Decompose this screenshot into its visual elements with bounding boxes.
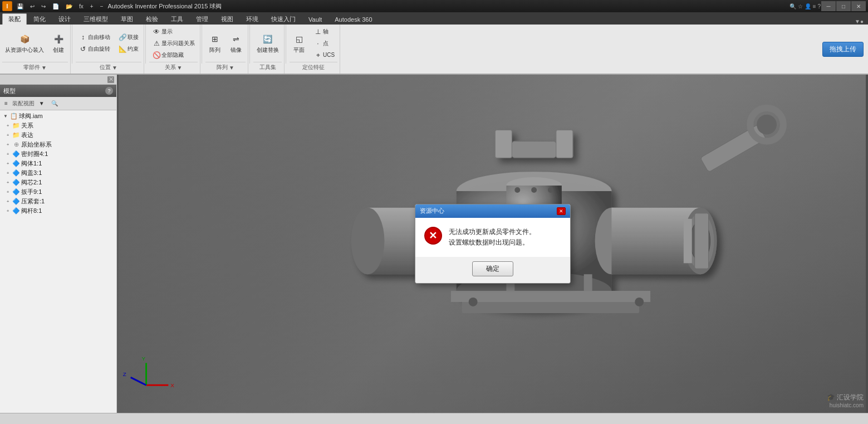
ribbon-group-toolset-content: 🔄 创建替换 (253, 26, 282, 61)
expander[interactable]: + (4, 189, 11, 196)
tab-environment[interactable]: 环境 (240, 13, 264, 25)
quick-save-btn[interactable]: 💾 (14, 1, 26, 11)
from-resource-center-btn[interactable]: 📦 从资源中心装入 (2, 31, 47, 56)
ribbon-separator-2 (145, 25, 146, 64)
panel-close-btn[interactable]: ✕ (107, 76, 114, 83)
tab-view[interactable]: 视图 (215, 13, 239, 25)
tab-quickstart[interactable]: 快速入门 (265, 13, 302, 25)
expander[interactable]: + (4, 198, 11, 205)
expander[interactable]: + (4, 160, 11, 167)
tree-item[interactable]: + 🔷 密封圈4:1 (0, 149, 116, 159)
tab-simplify[interactable]: 简化 (27, 13, 52, 25)
ribbon-group-relations-label: 关系 ▼ (149, 62, 198, 72)
tree-item[interactable]: + 📁 表达 (0, 130, 116, 140)
ribbon-group-relations-content: 👁 显示 ⚠ 显示问题关系 🚫 全部隐藏 (149, 26, 198, 61)
expander[interactable]: + (4, 208, 11, 215)
plane-btn[interactable]: ◱ 平面 (290, 31, 308, 56)
ribbon-col-constraint: 🔗 联接 📐 约束 (115, 32, 141, 55)
tab-inspect[interactable]: 检验 (140, 13, 164, 25)
tree-root-expander[interactable]: ▼ (2, 113, 9, 120)
dialog-overlay: 资源中心 ✕ ✕ 无法成功更新成员零件文件。 设置螺纹数据时出现问题。 确定 (117, 75, 868, 413)
upload-btn[interactable]: 拖拽上传 (822, 42, 864, 57)
ribbon-group-locate-content: ◱ 平面 ⊥ 轴 · 点 ⌖ UCS (290, 26, 337, 61)
tab-vault[interactable]: Vault (302, 13, 328, 25)
create-part-btn[interactable]: ➕ 创建 (49, 31, 68, 56)
panel-title: 模型 (3, 87, 16, 95)
ribbon-group-pattern: ⊞ 阵列 ⇌ 镜像 阵列 ▼ (203, 25, 248, 74)
ribbon-separator-3 (202, 25, 202, 64)
pattern-btn[interactable]: ⊞ 阵列 (205, 31, 224, 56)
tree-item[interactable]: + 📁 关系 (0, 121, 116, 130)
tab-assembly[interactable]: 装配 (2, 13, 27, 25)
dialog-titlebar: 资源中心 ✕ (415, 204, 570, 218)
tree-item[interactable]: + 🔷 压紧套:1 (0, 197, 116, 206)
tree-area: ▼ 📋 球阀.iam + 📁 关系 + 📁 表达 + ⊕ 原始坐标系 + (0, 110, 116, 413)
view-dropdown-btn[interactable]: ▼ (37, 99, 47, 108)
ok-button[interactable]: 确定 (472, 261, 513, 276)
tab-3dmodel[interactable]: 三维模型 (77, 13, 114, 25)
expander[interactable]: + (4, 151, 11, 158)
quick-fx-btn[interactable]: fx (77, 1, 86, 11)
dialog-message-line2: 设置螺纹数据时出现问题。 (449, 237, 536, 248)
axis-btn[interactable]: ⊥ 轴 (311, 26, 337, 37)
tab-autodesk360[interactable]: Autodesk 360 (328, 13, 378, 25)
part-icon: 🔷 (12, 207, 20, 215)
tab-manage[interactable]: 管理 (190, 13, 214, 25)
constrain-btn[interactable]: 📐 约束 (115, 43, 141, 55)
close-btn[interactable]: ✕ (851, 1, 866, 11)
point-btn[interactable]: · 点 (311, 38, 337, 49)
folder-icon: 📁 (12, 122, 20, 130)
create-replace-btn[interactable]: 🔄 创建替换 (254, 31, 282, 56)
expander[interactable]: + (4, 179, 11, 186)
ribbon-group-pattern-label: 阵列 ▼ (205, 62, 246, 72)
ribbon-group-locate: ◱ 平面 ⊥ 轴 · 点 ⌖ UCS 定位特征 (287, 25, 340, 74)
error-dialog: 资源中心 ✕ ✕ 无法成功更新成员零件文件。 设置螺纹数据时出现问题。 确定 (415, 204, 571, 284)
search-btn[interactable]: 🔍 (49, 99, 60, 108)
hide-all-btn[interactable]: 🚫 全部隐藏 (149, 50, 198, 61)
tree-root-icon: 📋 (10, 113, 18, 120)
restore-btn[interactable]: □ (836, 1, 851, 11)
joint-btn[interactable]: 🔗 联接 (115, 32, 141, 43)
tab-sketch[interactable]: 草图 (115, 13, 139, 25)
expander[interactable]: + (4, 170, 11, 177)
quick-minus-btn[interactable]: − (98, 1, 106, 11)
quick-open-btn[interactable]: 📂 (63, 1, 75, 11)
ribbon: 📦 从资源中心装入 ➕ 创建 零部件 ▼ ↕ 自由移动 ↺ 自由旋转 (0, 25, 868, 75)
folder-icon: 📁 (12, 131, 20, 139)
ribbon-col-locate: ⊥ 轴 · 点 ⌖ UCS (311, 26, 337, 61)
tree-item[interactable]: + ⊕ 原始坐标系 (0, 140, 116, 149)
dialog-close-btn[interactable]: ✕ (557, 207, 566, 215)
minimize-btn[interactable]: ─ (821, 1, 836, 11)
show-problem-btn[interactable]: ⚠ 显示问题关系 (149, 38, 198, 49)
tree-item[interactable]: + 🔷 阀芯2:1 (0, 178, 116, 187)
panel-help-icon[interactable]: ? (105, 87, 113, 95)
tab-tools[interactable]: 工具 (165, 13, 189, 25)
quick-undo-btn[interactable]: ↩ (28, 1, 37, 11)
tab-design[interactable]: 设计 (52, 13, 77, 25)
tree-item[interactable]: + 🔷 阀杆8:1 (0, 206, 116, 216)
quick-redo-btn[interactable]: ↪ (39, 1, 48, 11)
dialog-message: 无法成功更新成员零件文件。 设置螺纹数据时出现问题。 (449, 227, 536, 248)
tree-item[interactable]: + 🔷 阀盖3:1 (0, 168, 116, 178)
status-bar (0, 413, 868, 424)
filter-btn[interactable]: ≡ (2, 99, 10, 108)
title-bar: I 💾 ↩ ↪ 📄 📂 fx + − Autodesk Inventor Pro… (0, 0, 868, 12)
tree-item[interactable]: + 🔷 扳手9:1 (0, 187, 116, 197)
tree-root[interactable]: ▼ 📋 球阀.iam (0, 111, 116, 121)
quick-plus-btn[interactable]: + (88, 1, 96, 11)
free-move-btn[interactable]: ↕ 自由移动 (76, 32, 113, 43)
mirror-btn[interactable]: ⇌ 镜像 (227, 31, 246, 56)
title-bar-icons: 🔍 ☆ 👤 ≡ ? (789, 1, 821, 11)
quick-new-btn[interactable]: 📄 (50, 1, 61, 11)
free-rotate-btn[interactable]: ↺ 自由旋转 (76, 43, 113, 55)
tree-item[interactable]: + 🔷 阀体1:1 (0, 159, 116, 168)
show-icon: 👁 (152, 27, 161, 36)
main-area: ✕ 模型 ? ≡ 装配视图 ▼ 🔍 ▼ 📋 球阀.iam + 📁 关系 (0, 75, 868, 413)
show-relations-btn[interactable]: 👁 显示 (149, 26, 198, 37)
ucs-btn[interactable]: ⌖ UCS (311, 50, 337, 61)
expander[interactable]: + (4, 132, 11, 139)
expander[interactable]: + (4, 142, 11, 148)
expander[interactable]: + (4, 123, 11, 129)
create-replace-icon: 🔄 (261, 32, 274, 46)
dialog-message-line1: 无法成功更新成员零件文件。 (449, 227, 536, 237)
